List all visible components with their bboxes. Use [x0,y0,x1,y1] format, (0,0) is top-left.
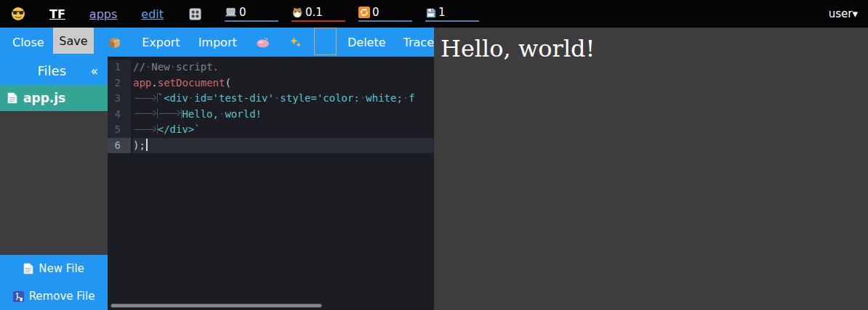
tab-whitespace-marker [133,93,158,102]
remove-file-button[interactable]: Remove File [0,282,108,310]
new-file-button[interactable]: New File [0,255,108,282]
code-line[interactable]: //·New·script. [133,60,434,76]
code-line[interactable]: app.setDocument( [133,76,434,91]
code-token: //·New·script. [133,61,219,73]
close-button[interactable]: Close [12,36,44,49]
code-token: app [133,77,151,89]
text-cursor [146,139,148,151]
topbar: TF apps edit 00.101 user▾ [0,0,868,28]
save-button[interactable]: Save [53,28,95,54]
sparkles-icon[interactable] [289,36,302,49]
counter-fields: 00.101 [225,6,479,22]
code-line[interactable]: </div>` [133,122,434,138]
code-line[interactable]: Hello,·world! [133,107,434,123]
editor-code-area[interactable]: //·New·script.app.setDocument(`<div·id='… [131,60,434,153]
counter-value: 1 [438,6,446,19]
nav-link-apps[interactable]: apps [89,7,117,21]
action-label: New File [39,262,84,275]
gutter-line-number: 3 [108,91,131,107]
code-token: ( [225,77,230,89]
caret-down-icon: ▾ [852,7,858,20]
code-token: `<div·id='test-div'·style='color:·white;… [158,92,415,104]
toolbar: Close Save Export Import Delete Trace [0,28,434,57]
tab-whitespace-marker [158,109,182,118]
code-token: ); [133,139,145,151]
scrollbar-thumb[interactable] [110,303,322,308]
nav-link-edit[interactable]: edit [141,7,164,21]
gutter-line-number: 4 [108,107,131,123]
control-knobs-icon[interactable] [189,8,201,20]
gutter-line-number: 2 [108,76,131,91]
user-menu[interactable]: user▾ [829,7,858,20]
trace-button[interactable]: Trace [403,36,434,49]
gutter-line-number: 6 [108,138,131,154]
hamster-counter-field[interactable]: 0.1 [292,6,345,22]
laptop-counter-field[interactable]: 0 [225,6,278,22]
user-menu-label: user [829,7,853,20]
code-token: setDocument [158,77,225,89]
soap-icon[interactable] [256,37,270,48]
counter-value: 0 [372,6,379,19]
code-token: Hello,·world! [182,108,262,120]
tab-whitespace-marker [133,124,158,134]
import-button[interactable]: Import [198,36,237,49]
files-panel-title: Files [0,63,91,78]
document-preview: Hello, world! [434,28,868,310]
files-panel-header: Files « [0,57,108,85]
preview-heading: Hello, world! [434,28,868,62]
package-icon[interactable] [108,36,121,49]
hamster-icon [292,7,303,18]
collapse-sidebar-button[interactable]: « [91,64,108,78]
smiley-sunglasses-icon[interactable] [11,7,25,21]
gutter-line-number: 5 [108,122,131,138]
counter-value: 0 [239,6,246,19]
export-button[interactable]: Export [142,36,180,49]
brand-link[interactable]: TF [49,7,65,21]
refresh-icon [358,7,370,18]
code-line[interactable]: ); [133,138,434,154]
counter-value: 0.1 [305,6,323,19]
floppy-disk-icon [425,7,436,18]
sidebar-actions: New FileRemove File [0,255,108,310]
laptop-icon [225,7,237,17]
file-item[interactable]: app.js [0,85,108,111]
file-name: app.js [23,91,65,105]
code-token: </div>` [158,123,201,135]
file-page-icon [23,263,33,274]
code-token: . [151,77,157,89]
delete-button[interactable]: Delete [347,36,386,49]
code-editor[interactable]: 123456 //·New·script.app.setDocument(`<d… [108,57,434,310]
gutter-line-number: 1 [108,60,131,76]
litter-bin-icon [13,291,24,302]
code-line[interactable]: `<div·id='test-div'·style='color:·white;… [133,91,434,107]
app-root: TF apps edit 00.101 user▾ Close Save Exp… [0,0,868,310]
editor-gutter: 123456 [108,60,131,153]
toolbar-empty-box[interactable] [314,28,337,55]
file-page-icon [7,92,17,104]
refresh-counter-field[interactable]: 0 [358,6,412,22]
tab-whitespace-marker [133,109,158,118]
floppy-counter-field[interactable]: 1 [425,6,479,22]
action-label: Remove File [29,290,95,303]
editor-horizontal-scrollbar [108,301,434,310]
file-list: app.js [0,85,108,255]
